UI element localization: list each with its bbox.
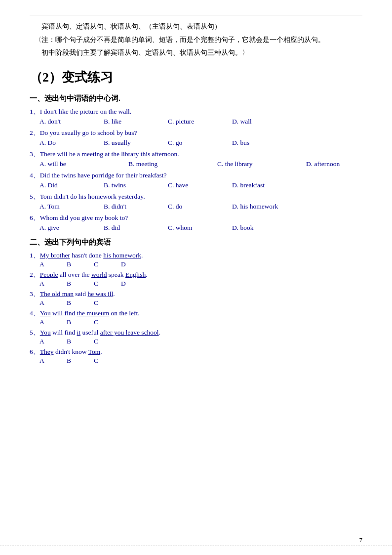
q6-optB: B. did <box>104 224 168 232</box>
q3-options: A. will be B. meeting C. the library D. … <box>39 160 362 168</box>
q5-optA: A. Tom <box>39 203 104 211</box>
question-2: 2、Do you usually go to school by bus? A.… <box>30 128 362 147</box>
s2q6-mid: didn't know <box>54 348 88 355</box>
q5-optB: B. didn't <box>104 203 168 211</box>
s2q2-num: 2、 <box>30 271 40 278</box>
intro-section: 宾语从句、定语从句、状语从句、（主语从句、表语从句） 〈注：哪个句子成分不再是简… <box>30 20 362 60</box>
q4-optC: C. have <box>168 181 232 189</box>
s2-question-1: 1、My brother hasn't done his homework. A… <box>30 251 362 268</box>
s2q4-labelC: C <box>94 318 121 326</box>
s2q5-A: You <box>40 329 51 336</box>
s2q5-labels: A B C <box>39 338 362 345</box>
s2q4-labelA: A <box>39 318 67 326</box>
s2q6-end: . <box>100 348 102 355</box>
s2q6-labelC: C <box>94 357 121 365</box>
q6-optC: C. whom <box>168 224 232 232</box>
s2q1-labelA: A <box>39 260 67 268</box>
q1-optC: C. picture <box>168 118 232 126</box>
q4-optA: A. Did <box>39 181 104 189</box>
section1-heading: 一、选出句中谓语的中心词. <box>30 94 362 103</box>
q6-text: 6、Whom did you give my book to? <box>30 213 362 222</box>
s2q2-end: . <box>146 271 147 278</box>
question-5: 5、Tom didn't do his homework yesterday. … <box>30 192 362 211</box>
section2-heading: 二、选出下列句中的宾语 <box>30 238 362 247</box>
s2q5-num: 5、 <box>30 329 40 336</box>
q1-optA: A. don't <box>39 118 104 126</box>
s2q1-labelD: D <box>121 260 148 268</box>
q5-optD: D. his homework <box>232 203 296 211</box>
s2q4-B: the museum <box>77 309 110 317</box>
s2q2-labelC: C <box>94 280 121 288</box>
s2q3-labelB: B <box>67 299 94 307</box>
s2q2-labelA: A <box>39 280 67 288</box>
s2q3-A: The old man <box>40 290 74 298</box>
s2q2-mid1: all over the <box>58 271 91 278</box>
s2q5-end: . <box>159 329 160 336</box>
page-number: 7 <box>359 536 363 544</box>
q4-text: 4、Did the twins have porridge for their … <box>30 171 362 180</box>
s2q1-A: My brother <box>40 252 70 259</box>
s2q5-sentence: 5、You will find it useful after you leav… <box>30 328 362 337</box>
s2q2-labels: A B C D <box>39 280 362 288</box>
q1-options: A. don't B. like C. picture D. wall <box>39 118 362 126</box>
s2q3-labelC: C <box>94 299 121 307</box>
s2q6-labelA: A <box>39 357 67 365</box>
s2q1-labels: A B C D <box>39 260 362 268</box>
s2q1-sentence: 1、My brother hasn't done his homework. <box>30 251 362 260</box>
q3-text: 3、There will be a meeting at the library… <box>30 150 362 159</box>
s2-question-3: 3、The old man said he was ill. A B C <box>30 290 362 307</box>
s2q6-labels: A B C <box>39 357 362 365</box>
q5-optC: C. do <box>168 203 232 211</box>
s2q1-num: 1、 <box>30 252 40 259</box>
s2q2-A: People <box>40 271 58 278</box>
q5-options: A. Tom B. didn't C. do D. his homework <box>39 203 362 211</box>
intro-line1: 宾语从句、定语从句、状语从句、（主语从句、表语从句） <box>35 20 362 34</box>
q5-text: 5、Tom didn't do his homework yesterday. <box>30 192 362 201</box>
s2q6-A: They <box>40 348 54 355</box>
s2q4-end: on the left. <box>109 309 139 317</box>
s2q3-labelA: A <box>39 299 67 307</box>
top-rule <box>30 15 362 15</box>
intro-line3: 初中阶段我们主要了解宾语从句、定语从句、状语从句三种从句。〉 <box>35 46 362 60</box>
s2q6-sentence: 6、They didn't know Tom. <box>30 347 362 356</box>
q2-text: 2、Do you usually go to school by bus? <box>30 128 362 137</box>
s2q2-sentence: 2、People all over the world speak Englis… <box>30 270 362 279</box>
q4-options: A. Did B. twins C. have D. breakfast <box>39 181 362 189</box>
s2q2-labelB: B <box>67 280 94 288</box>
s2q6-labelB: B <box>67 357 94 365</box>
q6-optA: A. give <box>39 224 104 232</box>
q2-optA: A. Do <box>39 139 104 147</box>
q3-optB: B. meeting <box>128 160 217 168</box>
s2q5-labelA: A <box>39 338 67 345</box>
s2-question-4: 4、You will find the museum on the left. … <box>30 309 362 326</box>
q1-optD: D. wall <box>232 118 296 126</box>
s2q4-sentence: 4、You will find the museum on the left. <box>30 309 362 318</box>
s2q3-num: 3、 <box>30 290 40 298</box>
s2q6-num: 6、 <box>30 348 40 355</box>
q1-text: 1、I don't like the picture on the wall. <box>30 107 362 116</box>
s2q2-labelD: D <box>121 280 148 288</box>
s2q1-C: his homework <box>103 252 141 259</box>
q2-options: A. Do B. usually C. go D. bus <box>39 139 362 147</box>
s2q5-B: it <box>77 329 81 336</box>
s2q1-mid: hasn't done <box>70 252 103 259</box>
bottom-rule <box>0 546 392 546</box>
q3-optD: D. afternoon <box>306 160 370 168</box>
s2q3-C: he was ill <box>87 290 113 298</box>
question-3: 3、There will be a meeting at the library… <box>30 150 362 168</box>
s2q3-mid: said <box>74 290 88 298</box>
s2q1-labelB: B <box>67 260 94 268</box>
q3-optA: A. will be <box>39 160 128 168</box>
q2-optC: C. go <box>168 139 232 147</box>
s2-question-2: 2、People all over the world speak Englis… <box>30 270 362 288</box>
q1-optB: B. like <box>104 118 168 126</box>
s2q5-mid2: useful <box>80 329 100 336</box>
s2q4-labels: A B C <box>39 318 362 326</box>
s2q3-end: . <box>113 290 115 298</box>
s2q3-sentence: 3、The old man said he was ill. <box>30 290 362 299</box>
q4-optB: B. twins <box>104 181 168 189</box>
s2q6-C: Tom <box>88 348 101 355</box>
q3-optC: C. the library <box>217 160 306 168</box>
q6-options: A. give B. did C. whom D. book <box>39 224 362 232</box>
s2q5-C: after you leave school <box>100 329 159 336</box>
